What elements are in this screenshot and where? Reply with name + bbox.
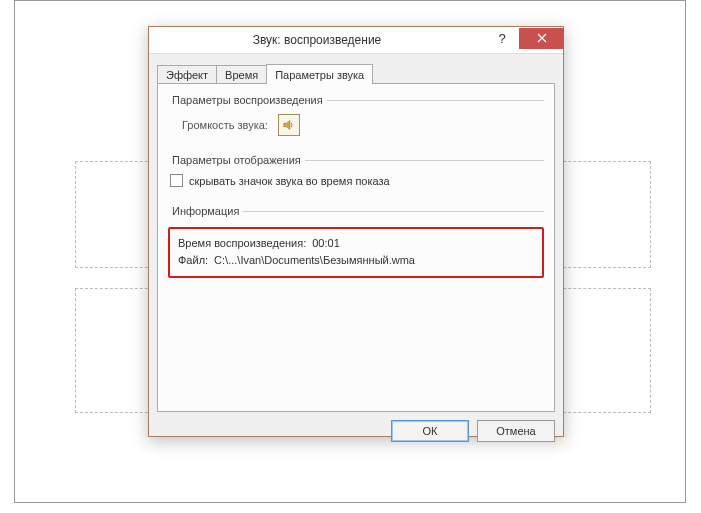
group-playback-legend: Параметры воспроизведения [168, 94, 327, 106]
info-highlight-box: Время воспроизведения: 00:01 Файл: C:\..… [168, 227, 544, 278]
help-button[interactable]: ? [485, 28, 519, 49]
tab-timing[interactable]: Время [216, 65, 267, 84]
group-display: Параметры отображения скрывать значок зв… [168, 154, 544, 197]
close-button[interactable] [519, 28, 564, 49]
volume-button[interactable] [278, 114, 300, 136]
cancel-button[interactable]: Отмена [477, 420, 555, 442]
file-label: Файл: [178, 252, 208, 269]
playtime-label: Время воспроизведения: [178, 235, 306, 252]
tab-content: Параметры воспроизведения Громкость звук… [157, 84, 555, 412]
file-value: C:\...\Ivan\Documents\Безымянный.wma [214, 252, 415, 269]
group-info: Информация Время воспроизведения: 00:01 … [168, 205, 544, 288]
close-icon [537, 33, 547, 43]
titlebar: Звук: воспроизведение ? [149, 27, 563, 54]
dialog-title: Звук: воспроизведение [149, 33, 485, 47]
tab-effect[interactable]: Эффект [157, 65, 217, 84]
playtime-value: 00:01 [312, 235, 340, 252]
hide-icon-label: скрывать значок звука во время показа [189, 175, 390, 187]
group-display-legend: Параметры отображения [168, 154, 305, 166]
volume-label: Громкость звука: [182, 119, 268, 131]
sound-playback-dialog: Звук: воспроизведение ? Эффект Время Пар… [148, 26, 564, 437]
group-info-legend: Информация [168, 205, 243, 217]
ok-button[interactable]: ОК [391, 420, 469, 442]
speaker-icon [282, 118, 296, 132]
hide-icon-checkbox[interactable] [170, 174, 183, 187]
button-row: ОК Отмена [149, 420, 563, 450]
group-playback: Параметры воспроизведения Громкость звук… [168, 94, 544, 146]
tab-sound-params[interactable]: Параметры звука [266, 64, 373, 84]
tab-strip: Эффект Время Параметры звука [149, 54, 563, 84]
